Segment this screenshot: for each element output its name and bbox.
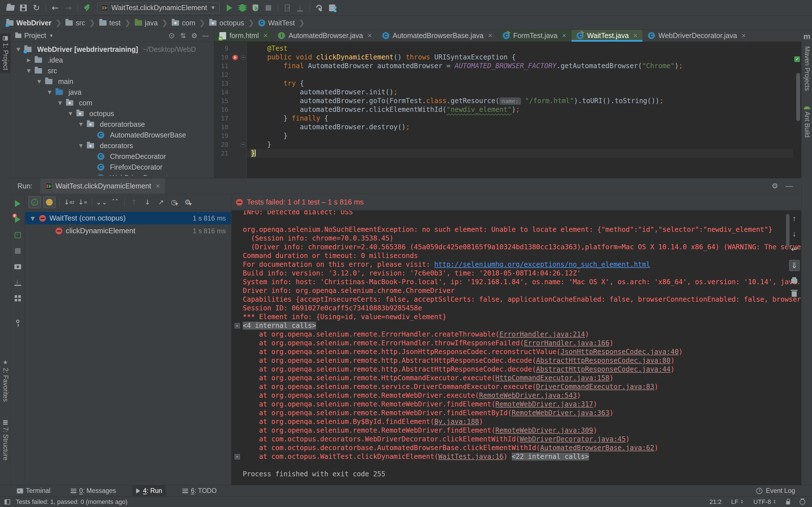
tool-button-favorites[interactable]: ★ 2: Favorites bbox=[0, 356, 11, 404]
tree-item-decorators[interactable]: ▼decorators bbox=[11, 140, 214, 151]
expand-all-icon[interactable]: ⌄⌄ bbox=[96, 196, 107, 208]
encoding-select[interactable]: UTF-8↕ bbox=[753, 498, 776, 506]
collapse-all-icon[interactable]: ˆˆ bbox=[109, 196, 121, 208]
run-test-gutter-icon[interactable] bbox=[232, 55, 238, 60]
lock-icon[interactable] bbox=[786, 501, 790, 504]
gear-icon[interactable]: ⚙ bbox=[772, 182, 778, 190]
tree-item-webdriverdecorator[interactable]: CWebDriverDecorator bbox=[11, 172, 214, 176]
project-structure-icon[interactable] bbox=[326, 2, 339, 14]
breadcrumb-item-test[interactable]: test bbox=[99, 19, 121, 27]
tool-window-button-terminal[interactable]: >_Terminal bbox=[13, 485, 54, 497]
clear-console-icon[interactable] bbox=[792, 291, 797, 297]
chevron-down-icon[interactable]: ▼ bbox=[57, 100, 63, 106]
stack-trace-link[interactable]: AbstractHttpResponseCodec.java:44 bbox=[536, 365, 670, 373]
stack-trace-link[interactable]: WaitTest.java:16 bbox=[439, 453, 504, 460]
code-line-9[interactable]: 9 @Test bbox=[214, 44, 801, 53]
inspections-ok-icon[interactable]: ✓ bbox=[794, 56, 800, 62]
tree-item-java[interactable]: ▼java bbox=[11, 87, 214, 98]
next-failed-test-icon[interactable]: ↓ bbox=[142, 196, 153, 208]
caret-position[interactable]: 21:2 bbox=[709, 498, 721, 506]
collapse-all-icon[interactable]: ⇅ bbox=[177, 31, 189, 41]
tool-button-maven-projects[interactable]: Maven Projects bbox=[802, 43, 812, 94]
code-line-16[interactable]: 16 automatedBrowser.clickElementWithId("… bbox=[214, 105, 801, 114]
open-project-icon[interactable] bbox=[4, 2, 17, 14]
chevron-down-icon[interactable]: ▼ bbox=[36, 78, 42, 84]
toggle-auto-test-icon[interactable] bbox=[13, 231, 22, 239]
event-log-button[interactable]: Event Log bbox=[756, 487, 795, 495]
code-line-18[interactable]: 18 automatedBrowser.destroy(); bbox=[214, 123, 801, 131]
editor-tab-automatedbrowserbase-java[interactable]: CAutomatedBrowserBase.java× bbox=[377, 30, 498, 41]
show-passed-toggle[interactable]: ✓ bbox=[29, 196, 41, 208]
show-ignored-toggle[interactable] bbox=[43, 196, 56, 208]
chevron-right-icon[interactable]: ▶ bbox=[26, 57, 32, 63]
tree-item-src[interactable]: ▼src bbox=[11, 65, 214, 76]
close-icon[interactable]: × bbox=[263, 31, 267, 40]
chevron-down-icon[interactable]: ▼ bbox=[67, 111, 73, 116]
rerun-button[interactable] bbox=[13, 200, 22, 208]
stack-trace-link[interactable]: AutomatedBrowserBase.java:62 bbox=[540, 444, 654, 452]
run-button[interactable] bbox=[223, 2, 236, 14]
chevron-down-icon[interactable]: ▼ bbox=[15, 47, 21, 52]
stack-trace-link[interactable]: WebDriverDecorator.java:45 bbox=[520, 435, 626, 443]
console-output[interactable]: INFO: Detected dialect: OSSorg.openqa.se… bbox=[232, 210, 801, 485]
line-separator-select[interactable]: LF↕ bbox=[731, 498, 744, 506]
fold-marker-icon[interactable]: − bbox=[241, 142, 246, 147]
tree-item-webdriver-webdrivertraining-[interactable]: ▼WebDriver [webdrivertraining]~/Desktop/… bbox=[11, 44, 214, 55]
code-line-15[interactable]: 15 automatedBrowser.goTo(FormTest.class.… bbox=[214, 97, 801, 105]
stack-trace-link[interactable]: RemoteWebDriver.java:363 bbox=[512, 409, 610, 417]
code-line-13[interactable]: 13 try { bbox=[214, 79, 801, 88]
build-hammer-icon[interactable] bbox=[81, 2, 94, 14]
screenshot-icon[interactable] bbox=[13, 263, 22, 271]
stack-trace-link[interactable]: AbstractHttpResponseCodec.java:80 bbox=[536, 356, 670, 364]
code-line-10[interactable]: 10− public void clickDynamicElement() th… bbox=[214, 53, 801, 62]
editor-tab-automatedbrowser-java[interactable]: IAutomatedBrowser.java× bbox=[273, 30, 377, 41]
code-line-12[interactable]: 12 bbox=[214, 70, 801, 79]
editor-tab-form-html[interactable]: form.html× bbox=[214, 30, 273, 41]
synchronize-icon[interactable]: ↻ bbox=[30, 2, 43, 14]
code-line-11[interactable]: 11 final AutomatedBrowser automatedBrows… bbox=[214, 62, 801, 70]
tree-item-automatedbrowserbase[interactable]: CAutomatedBrowserBase bbox=[11, 129, 214, 140]
chevron-down-icon[interactable]: ▼ bbox=[78, 121, 84, 127]
sort-by-duration-icon[interactable]: ↓≡ bbox=[77, 196, 89, 208]
stack-trace-link[interactable]: DriverCommandExecutor.java:83 bbox=[536, 383, 654, 391]
gear-icon[interactable]: ⚙ bbox=[189, 31, 200, 41]
tree-item-chromedecorator[interactable]: CChromeDecorator bbox=[11, 151, 214, 162]
import-test-results-icon[interactable] bbox=[13, 278, 22, 287]
breadcrumb-item-src[interactable]: src bbox=[65, 19, 85, 27]
close-icon[interactable]: × bbox=[156, 182, 160, 190]
stack-trace-link[interactable]: RemoteWebDriver.java:309 bbox=[495, 427, 593, 434]
hide-panel-icon[interactable]: — bbox=[200, 31, 211, 41]
code-line-17[interactable]: 17 } finally { bbox=[214, 114, 801, 123]
highlighting-level-icon[interactable] bbox=[800, 499, 805, 505]
breadcrumb-item-waittest[interactable]: CWaitTest bbox=[258, 19, 295, 27]
breadcrumb-item-octopus[interactable]: octopus bbox=[209, 19, 244, 27]
scroll-up-icon[interactable]: ↑ bbox=[792, 214, 796, 223]
close-icon[interactable]: × bbox=[742, 31, 746, 40]
test-settings-gear-icon[interactable]: ⚙▼ bbox=[182, 196, 194, 208]
chevron-down-icon[interactable]: ▼ bbox=[47, 89, 53, 95]
expand-calls-icon[interactable]: + bbox=[235, 323, 240, 328]
editor-tab-webdriverdecorator-java[interactable]: CWebDriverDecorator.java× bbox=[643, 30, 751, 41]
stack-trace-link[interactable]: HttpCommandExecutor.java:158 bbox=[495, 374, 610, 382]
code-line-21[interactable]: 21} bbox=[214, 149, 801, 158]
stack-trace-link[interactable]: By.java:188 bbox=[434, 418, 479, 426]
tree-item-com[interactable]: ▼com bbox=[11, 98, 214, 108]
test-row-waittest-com-octopus-[interactable]: ▼WaitTest (com.octopus)1 s 816 ms bbox=[25, 212, 231, 224]
run-content-tab[interactable]: WaitTest.clickDynamicElement × bbox=[40, 178, 165, 194]
tool-button-project[interactable]: 1: Project bbox=[0, 33, 11, 73]
chevron-down-icon[interactable]: ▼ bbox=[78, 143, 84, 149]
project-view-select[interactable]: Project ▼ bbox=[15, 32, 54, 40]
tree-item-main[interactable]: ▼main bbox=[11, 76, 214, 87]
editor-tab-waittest-java[interactable]: CWaitTest.java× bbox=[571, 30, 643, 41]
test-row-clickdynamicelement[interactable]: clickDynamicElement1 s 816 ms bbox=[25, 224, 231, 237]
coverage-button[interactable] bbox=[249, 2, 262, 14]
tree-item-firefoxdecorator[interactable]: CFirefoxDecorator bbox=[11, 162, 214, 172]
toolwindow-toggle-icon[interactable] bbox=[4, 499, 10, 504]
code-line-19[interactable]: 19 } bbox=[214, 131, 801, 140]
print-icon[interactable] bbox=[791, 279, 797, 283]
expand-calls-icon[interactable]: + bbox=[235, 454, 240, 459]
console-link[interactable]: http://seleniumhq.org/exceptions/no_such… bbox=[434, 261, 650, 269]
soft-wrap-icon[interactable]: ↩ bbox=[791, 244, 798, 254]
tool-window-button-6-todo[interactable]: 6: TODO bbox=[179, 485, 220, 497]
stack-trace-link[interactable]: ErrorHandler.java:166 bbox=[524, 339, 609, 347]
